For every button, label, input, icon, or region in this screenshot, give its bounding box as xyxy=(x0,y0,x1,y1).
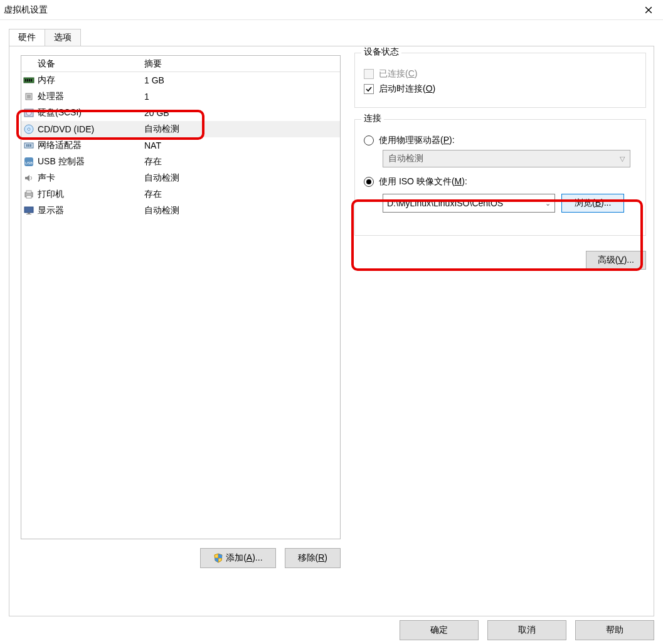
device-name: 内存 xyxy=(36,75,143,86)
device-panel: 设备 摘要 内存1 GB处理器1硬盘(SCSI)20 GBCD/DVD (IDE… xyxy=(21,55,341,568)
device-name: 处理器 xyxy=(36,91,143,102)
device-name: 打印机 xyxy=(36,189,143,200)
physical-drive-combo-value: 自动检测 xyxy=(388,153,423,164)
add-button[interactable]: 添加(A)... xyxy=(200,548,275,568)
device-name: 声卡 xyxy=(36,172,143,184)
device-row-sound[interactable]: 声卡自动检测 xyxy=(21,170,340,186)
tab-strip: 硬件 选项 xyxy=(0,20,663,46)
device-row-memory[interactable]: 内存1 GB xyxy=(21,72,340,88)
header-summary: 摘要 xyxy=(143,58,340,70)
connected-checkbox-row: 已连接(C) xyxy=(364,68,637,80)
iso-row: D:\MyLinux\LinuxISO\CentOS ⌄ 浏览(B)... xyxy=(383,194,637,213)
tab-hardware[interactable]: 硬件 xyxy=(9,29,45,46)
chevron-down-icon: ⌄ xyxy=(545,199,551,208)
tab-options[interactable]: 选项 xyxy=(45,29,81,46)
device-name: 显示器 xyxy=(36,205,143,216)
connect-on-poweron-checkbox[interactable] xyxy=(364,84,374,94)
device-row-disk[interactable]: 硬盘(SCSI)20 GB xyxy=(21,105,340,121)
printer-icon xyxy=(21,189,36,200)
svg-rect-21 xyxy=(28,213,30,214)
device-summary: 20 GB xyxy=(143,108,340,118)
device-summary: 存在 xyxy=(143,189,340,200)
connect-on-poweron-label: 启动时连接(O) xyxy=(379,83,435,95)
device-summary: 自动检测 xyxy=(143,205,340,216)
iso-file-label: 使用 ISO 映像文件(M): xyxy=(379,176,467,187)
iso-path-value: D:\MyLinux\LinuxISO\CentOS xyxy=(387,198,503,208)
svg-rect-18 xyxy=(26,191,31,193)
iso-file-radio[interactable] xyxy=(364,177,374,187)
window-title: 虚拟机设置 xyxy=(4,4,48,16)
device-row-display[interactable]: 显示器自动检测 xyxy=(21,203,340,219)
usb-icon: USB xyxy=(21,156,36,167)
physical-drive-label: 使用物理驱动器(P): xyxy=(379,135,455,146)
net-icon xyxy=(21,140,36,151)
iso-file-radio-row[interactable]: 使用 ISO 映像文件(M): xyxy=(364,176,637,187)
svg-rect-14 xyxy=(30,144,31,147)
svg-rect-19 xyxy=(26,196,31,198)
cancel-button[interactable]: 取消 xyxy=(487,620,566,640)
header-device: 设备 xyxy=(36,58,143,70)
device-summary: 自动检测 xyxy=(143,124,340,135)
tab-content: 设备 摘要 内存1 GB处理器1硬盘(SCSI)20 GBCD/DVD (IDE… xyxy=(9,46,654,616)
dialog-buttons: 确定 取消 帮助 xyxy=(400,620,654,640)
remove-button[interactable]: 移除(R) xyxy=(285,548,341,568)
svg-rect-1 xyxy=(25,79,26,82)
device-summary: 1 xyxy=(143,92,340,102)
advanced-button[interactable]: 高级(V)... xyxy=(586,251,646,270)
cpu-icon xyxy=(21,91,36,102)
memory-icon xyxy=(21,76,36,85)
device-name: 硬盘(SCSI) xyxy=(36,107,143,119)
connect-on-poweron-row[interactable]: 启动时连接(O) xyxy=(364,83,637,95)
device-actions: 添加(A)... 移除(R) xyxy=(21,548,341,568)
display-icon xyxy=(21,205,36,216)
remove-button-label: 移除(R) xyxy=(298,552,327,564)
device-summary: 自动检测 xyxy=(143,172,340,184)
svg-rect-4 xyxy=(31,79,32,82)
svg-rect-2 xyxy=(27,79,28,82)
device-row-cpu[interactable]: 处理器1 xyxy=(21,88,340,105)
svg-rect-3 xyxy=(29,79,30,82)
device-name: 网络适配器 xyxy=(36,140,143,151)
connected-label: 已连接(C) xyxy=(379,68,417,80)
add-button-label: 添加(A)... xyxy=(226,552,262,564)
device-name: CD/DVD (IDE) xyxy=(36,124,143,134)
device-summary: 存在 xyxy=(143,156,340,167)
svg-point-8 xyxy=(26,110,31,115)
device-row-usb[interactable]: USBUSB 控制器存在 xyxy=(21,154,340,170)
device-state-legend: 设备状态 xyxy=(361,46,401,58)
browse-button-label: 浏览(B)... xyxy=(575,198,611,209)
close-button[interactable] xyxy=(634,0,663,20)
device-row-printer[interactable]: 打印机存在 xyxy=(21,186,340,203)
close-icon xyxy=(645,6,652,14)
help-button[interactable]: 帮助 xyxy=(575,620,654,640)
device-summary: 1 GB xyxy=(143,75,340,85)
svg-rect-13 xyxy=(28,144,29,147)
browse-button[interactable]: 浏览(B)... xyxy=(561,194,624,213)
shield-icon xyxy=(213,553,223,563)
device-list-header: 设备 摘要 xyxy=(21,56,340,72)
device-state-group: 设备状态 已连接(C) 启动时连接(O) xyxy=(354,53,646,108)
checkmark-icon xyxy=(365,85,373,93)
titlebar: 虚拟机设置 xyxy=(0,0,663,20)
device-name: USB 控制器 xyxy=(36,156,143,167)
device-list: 设备 摘要 内存1 GB处理器1硬盘(SCSI)20 GBCD/DVD (IDE… xyxy=(21,55,341,539)
settings-panel: 设备状态 已连接(C) 启动时连接(O) 连接 使用物理驱动器(P): 自动检测… xyxy=(354,53,646,270)
connected-checkbox xyxy=(364,69,374,79)
svg-rect-22 xyxy=(26,214,31,214)
svg-rect-6 xyxy=(27,95,31,98)
svg-text:USB: USB xyxy=(25,161,33,165)
svg-point-10 xyxy=(28,128,30,130)
physical-drive-radio-row[interactable]: 使用物理驱动器(P): xyxy=(364,135,637,146)
physical-drive-combo: 自动检测 ▽ xyxy=(383,150,630,167)
device-summary: NAT xyxy=(143,140,340,150)
chevron-down-icon: ▽ xyxy=(620,155,625,163)
connection-group: 连接 使用物理驱动器(P): 自动检测 ▽ 使用 ISO 映像文件(M): D:… xyxy=(354,119,646,236)
svg-rect-12 xyxy=(26,144,28,147)
ok-button[interactable]: 确定 xyxy=(400,620,479,640)
iso-path-input[interactable]: D:\MyLinux\LinuxISO\CentOS ⌄ xyxy=(383,194,555,213)
device-row-cd[interactable]: CD/DVD (IDE)自动检测 xyxy=(21,121,340,137)
connection-legend: 连接 xyxy=(361,113,384,124)
device-row-net[interactable]: 网络适配器NAT xyxy=(21,137,340,154)
cd-icon xyxy=(21,124,36,135)
physical-drive-radio[interactable] xyxy=(364,135,374,145)
